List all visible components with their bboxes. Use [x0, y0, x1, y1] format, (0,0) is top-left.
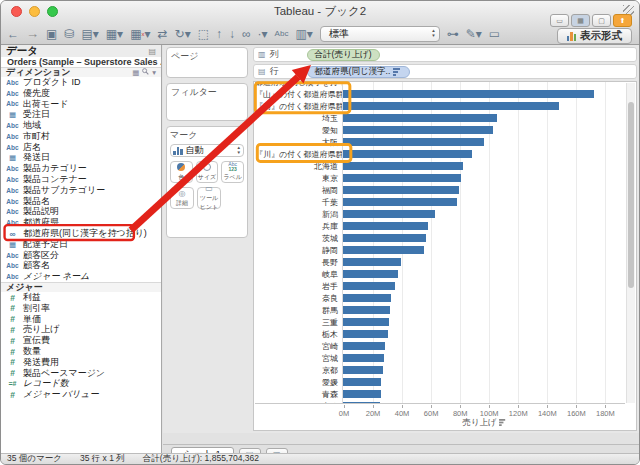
chart-row: 群馬: [255, 304, 625, 316]
vertical-scrollbar[interactable]: [626, 83, 635, 403]
mark-button-size[interactable]: サイズ: [196, 161, 219, 183]
pin-icon[interactable]: ⊶: [447, 28, 459, 40]
axis-sort-icon[interactable]: [499, 418, 507, 428]
chart-row: 愛知: [255, 124, 625, 136]
bar-mark[interactable]: [343, 198, 457, 206]
bar-mark[interactable]: [343, 234, 426, 242]
abc-icon: Abc: [5, 144, 20, 151]
bar-mark[interactable]: [343, 390, 381, 398]
grid-view-icon[interactable]: ▦: [571, 14, 590, 27]
bar-label: 埼玉: [255, 113, 342, 124]
bar-mark[interactable]: [343, 294, 391, 302]
axis-tick: [373, 405, 374, 408]
abc-icon: Abc: [5, 208, 20, 215]
bar-plot-area: [342, 280, 625, 292]
new-worksheet-icon[interactable]: ▤▾: [81, 28, 98, 40]
mark-type-dropdown[interactable]: 自動 ▲▼: [170, 144, 244, 157]
bar-mark[interactable]: [343, 402, 380, 404]
bar-mark[interactable]: [343, 102, 559, 110]
bar-mark[interactable]: [343, 162, 463, 170]
bar-mark[interactable]: [343, 210, 435, 218]
show-me-button[interactable]: 表示形式: [557, 28, 633, 44]
bar-mark[interactable]: [343, 354, 384, 362]
number-icon: #: [5, 347, 20, 357]
bar-mark[interactable]: [343, 246, 424, 254]
bar-mark[interactable]: [343, 330, 388, 338]
mark-button-detail[interactable]: ◎詳細: [170, 187, 194, 209]
mark-button-color[interactable]: 色: [170, 161, 193, 183]
bar-mark[interactable]: [343, 258, 401, 266]
bar-mark[interactable]: [343, 306, 390, 314]
bar-mark[interactable]: [343, 138, 484, 146]
forward-icon[interactable]: →: [26, 27, 39, 40]
sort-ascending-icon[interactable]: ↑: [216, 28, 222, 40]
axis-tick-label: 140M: [538, 409, 557, 418]
bar-mark[interactable]: [343, 270, 398, 278]
bar-mark[interactable]: [343, 174, 461, 182]
bar-mark[interactable]: [343, 150, 472, 158]
swap-icon[interactable]: ⇄: [158, 28, 168, 40]
date-icon: ▦: [5, 153, 20, 162]
titlebar[interactable]: Tableau - ブック2: [1, 1, 639, 21]
clear-sheet-icon[interactable]: ▦x▾: [130, 28, 150, 40]
number-icon: #: [5, 357, 20, 367]
axis-tick-label: 20M: [366, 409, 381, 418]
bar-mark[interactable]: [343, 114, 497, 122]
columns-pill[interactable]: 合計(売り上げ): [307, 49, 380, 61]
add-data-icon[interactable]: ⛁: [64, 28, 74, 40]
bar-mark[interactable]: [343, 222, 428, 230]
window-view-icon[interactable]: ▢: [592, 14, 611, 27]
sort-descending-icon[interactable]: ↓: [229, 28, 235, 40]
columns-pill-label: 合計(売り上げ): [315, 49, 372, 61]
bar-plot-area: [342, 244, 625, 256]
bar-mark[interactable]: [343, 126, 493, 134]
columns-shelf[interactable]: ▥ 列 合計(売り上げ): [253, 47, 637, 62]
chart-row: 奈良: [255, 292, 625, 304]
chevron-down-icon[interactable]: ▾: [152, 68, 156, 77]
bar-mark[interactable]: [343, 318, 389, 326]
duplicate-icon[interactable]: ▦▾: [106, 28, 123, 40]
pages-shelf[interactable]: ページ: [166, 47, 248, 78]
view-data-icon[interactable]: ▦: [132, 68, 139, 77]
scrollbar-thumb[interactable]: [628, 102, 634, 288]
presentation-icon[interactable]: ·▾: [258, 28, 268, 40]
mark-button-label[interactable]: Abc123ラベル: [221, 161, 244, 183]
search-icon[interactable]: [142, 68, 149, 77]
presentation-mode-icon[interactable]: ⬆: [613, 14, 632, 27]
normal-view-icon[interactable]: ▭: [550, 14, 569, 27]
bar-plot-area: [342, 184, 625, 196]
chart-row: 長野: [255, 256, 625, 268]
group-members-icon[interactable]: ∞: [242, 28, 251, 40]
bar-mark[interactable]: [343, 366, 383, 374]
bar-mark[interactable]: [343, 282, 395, 290]
bar-label: 奈良: [255, 293, 342, 304]
axis-tick: [489, 405, 490, 408]
save-icon[interactable]: ▣: [46, 28, 57, 40]
measure-item-9[interactable]: #メジャー バリュー: [1, 389, 161, 400]
pane-options-icon[interactable]: ▤: [148, 47, 156, 56]
fit-chart-icon[interactable]: ▥▾: [295, 28, 312, 40]
rows-shelf[interactable]: ▤ 行 都道府県(同じ漢字..: [253, 64, 637, 79]
highlight-icon[interactable]: ⬚: [198, 28, 209, 40]
bar-mark[interactable]: [343, 186, 459, 194]
filters-shelf[interactable]: フィルター: [166, 83, 248, 121]
rows-pill[interactable]: 都道府県(同じ漢字..: [307, 66, 411, 78]
refresh-icon[interactable]: ↻▾: [175, 28, 191, 40]
axis-tick: [576, 405, 577, 408]
bar-mark[interactable]: [343, 342, 385, 350]
bar-plot-area: [342, 304, 625, 316]
axis-tick: [402, 405, 403, 408]
bar-mark[interactable]: [343, 90, 594, 98]
label-abc-icon[interactable]: Abc: [275, 30, 289, 38]
x-axis[interactable]: 売り上げ 0M20M40M60M80M100M120M140M160M180M: [344, 405, 625, 430]
bar-mark[interactable]: [343, 378, 381, 386]
bar-label: 京都: [255, 365, 342, 376]
fit-mode-select[interactable]: 標準▲▼: [320, 26, 440, 42]
mark-button-tooltip[interactable]: ▭ツールヒント: [197, 187, 221, 209]
format-pen-icon[interactable]: ✎▾: [466, 28, 482, 40]
axis-tick-label: 120M: [509, 409, 528, 418]
back-icon[interactable]: ←: [7, 28, 19, 40]
tooltip-bubble-icon[interactable]: ▭: [489, 28, 500, 40]
abc-icon: Abc: [5, 262, 20, 269]
chart-row: 『川』の付く都道府県群: [255, 148, 625, 160]
